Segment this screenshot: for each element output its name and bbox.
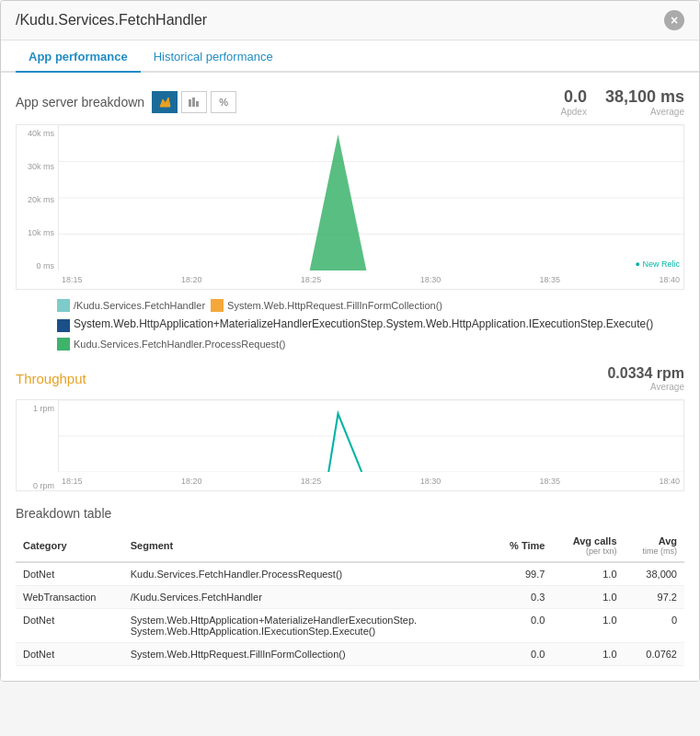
close-button[interactable]: × xyxy=(664,10,684,30)
modal-header: /Kudu.Services.FetchHandler × xyxy=(1,1,699,40)
legend-label-1: System.Web.HttpRequest.FillInFormCollect… xyxy=(227,300,442,311)
cell-pct-0: 99.7 xyxy=(491,562,552,586)
cell-category-3: DotNet xyxy=(16,643,123,666)
cell-calls-3: 1.0 xyxy=(552,643,624,666)
percent-label: % xyxy=(219,97,228,108)
svg-marker-8 xyxy=(310,134,367,270)
col-header-avg-calls: Avg calls (per txn) xyxy=(552,530,624,562)
chart-btn-bar[interactable] xyxy=(181,91,207,113)
cell-time-1: 97.2 xyxy=(625,586,684,609)
cell-pct-2: 0.0 xyxy=(491,609,552,643)
legend-color-0 xyxy=(57,299,70,312)
x-label-1820: 18:20 xyxy=(181,275,202,284)
app-server-breakdown-title: App server breakdown xyxy=(16,95,144,109)
throughput-title: Throughput xyxy=(16,371,86,386)
area-chart-icon xyxy=(158,96,171,109)
svg-rect-1 xyxy=(189,99,191,107)
cell-segment-0: Kudu.Services.FetchHandler.ProcessReques… xyxy=(123,562,491,586)
chart-btn-area[interactable] xyxy=(152,91,178,113)
cell-calls-2: 1.0 xyxy=(552,609,624,643)
chart-controls: % xyxy=(152,91,236,113)
throughput-avg-label: Average xyxy=(607,382,684,392)
tab-app-performance[interactable]: App performance xyxy=(16,40,141,73)
t-y-1rpm: 1 rpm xyxy=(20,404,54,413)
table-header-row: Category Segment % Time Avg calls (per t… xyxy=(16,530,684,562)
x-label-1830: 18:30 xyxy=(420,275,442,284)
cell-time-3: 0.0762 xyxy=(625,643,684,666)
table-row: DotNet Kudu.Services.FetchHandler.Proces… xyxy=(16,562,684,586)
cell-segment-1: /Kudu.Services.FetchHandler xyxy=(123,586,491,609)
col-header-category: Category xyxy=(16,530,123,562)
t-x-1815: 18:15 xyxy=(62,477,83,486)
t-x-1820: 18:20 xyxy=(181,477,202,486)
table-body: DotNet Kudu.Services.FetchHandler.Proces… xyxy=(16,562,684,666)
legend-label-0: /Kudu.Services.FetchHandler xyxy=(74,300,205,311)
modal-title: /Kudu.Services.FetchHandler xyxy=(16,12,207,29)
t-x-1840: 18:40 xyxy=(659,477,680,486)
legend-item-1: System.Web.HttpRequest.FillInFormCollect… xyxy=(211,299,442,312)
throughput-x-labels: 18:15 18:20 18:25 18:30 18:35 18:40 xyxy=(58,472,683,490)
breakdown-section: Breakdown table Category Segment % Time … xyxy=(16,506,684,666)
chart-btn-percent[interactable]: % xyxy=(211,91,236,113)
main-content: App server breakdown xyxy=(1,73,699,681)
cell-segment-2: System.Web.HttpApplication+MaterializeHa… xyxy=(123,609,491,643)
svg-marker-0 xyxy=(160,98,170,107)
table-row: DotNet System.Web.HttpApplication+Materi… xyxy=(16,609,684,643)
cell-calls-0: 1.0 xyxy=(552,562,624,586)
bar-chart-icon xyxy=(188,96,201,109)
t-x-1835: 18:35 xyxy=(540,477,561,486)
table-row: WebTransaction /Kudu.Services.FetchHandl… xyxy=(16,586,684,609)
throughput-value: 0.0334 rpm xyxy=(607,365,684,382)
y-label-40k: 40k ms xyxy=(20,129,54,138)
tab-historical-performance[interactable]: Historical performance xyxy=(141,40,286,73)
y-label-10k: 10k ms xyxy=(20,228,54,237)
throughput-header: Throughput 0.0334 rpm Average xyxy=(16,365,684,392)
svg-rect-2 xyxy=(192,98,195,107)
average-label: Average xyxy=(605,107,684,117)
cell-pct-3: 0.0 xyxy=(491,643,552,666)
x-label-1825: 18:25 xyxy=(301,275,322,284)
x-label-1840: 18:40 xyxy=(659,275,680,284)
table-row: DotNet System.Web.HttpRequest.FillInForm… xyxy=(16,643,684,666)
chart-legend: /Kudu.Services.FetchHandler System.Web.H… xyxy=(16,299,684,351)
throughput-plot xyxy=(58,400,683,472)
cell-pct-1: 0.3 xyxy=(491,586,552,609)
throughput-chart: 0 rpm 1 rpm 18:15 18:20 18:25 xyxy=(16,399,684,491)
svg-rect-3 xyxy=(196,101,199,107)
legend-label-2: System.Web.HttpApplication+MaterializeHa… xyxy=(74,317,653,330)
avg-time-label: Avg xyxy=(632,535,677,546)
legend-item-0: /Kudu.Services.FetchHandler xyxy=(57,299,205,312)
x-label-1835: 18:35 xyxy=(540,275,561,284)
chart-plot-area xyxy=(58,125,683,270)
throughput-svg xyxy=(59,400,683,472)
legend-item-3: Kudu.Services.FetchHandler.ProcessReques… xyxy=(57,338,286,351)
legend-color-1 xyxy=(211,299,224,312)
avg-time-sub: time (ms) xyxy=(632,546,677,556)
cell-time-2: 0 xyxy=(625,609,684,643)
new-relic-label: ● New Relic xyxy=(636,259,680,269)
col-header-pct-time: % Time xyxy=(491,530,552,562)
col-header-avg-time: Avg time (ms) xyxy=(625,530,684,562)
y-label-0ms: 0 ms xyxy=(20,261,54,270)
tab-bar: App performance Historical performance xyxy=(1,40,699,73)
legend-row-2: System.Web.HttpApplication+MaterializeHa… xyxy=(57,317,684,332)
breakdown-table: Category Segment % Time Avg calls (per t… xyxy=(16,530,684,666)
avg-calls-sub: (per txn) xyxy=(559,546,616,556)
y-label-20k: 20k ms xyxy=(20,195,54,204)
t-y-0rpm: 0 rpm xyxy=(20,481,54,490)
cell-segment-3: System.Web.HttpRequest.FillInFormCollect… xyxy=(123,643,491,666)
app-server-chart: 0 ms 10k ms 20k ms 30k ms 40k ms 18:1 xyxy=(16,124,684,290)
x-label-1815: 18:15 xyxy=(62,275,83,284)
cell-category-1: WebTransaction xyxy=(16,586,123,609)
apdex-value: 0.0 xyxy=(561,87,587,107)
chart-x-labels: 18:15 18:20 18:25 18:30 18:35 18:40 xyxy=(58,270,683,289)
legend-label-3: Kudu.Services.FetchHandler.ProcessReques… xyxy=(74,339,286,350)
average-value: 38,100 ms xyxy=(605,87,684,107)
throughput-y-labels: 0 rpm 1 rpm xyxy=(17,400,58,490)
cell-calls-1: 1.0 xyxy=(552,586,624,609)
breakdown-title: Breakdown table xyxy=(16,506,684,521)
performance-chart-svg xyxy=(59,125,683,270)
cell-category-2: DotNet xyxy=(16,609,123,643)
app-server-stats: 0.0 Apdex 38,100 ms Average xyxy=(561,87,684,117)
cell-time-0: 38,000 xyxy=(625,562,684,586)
